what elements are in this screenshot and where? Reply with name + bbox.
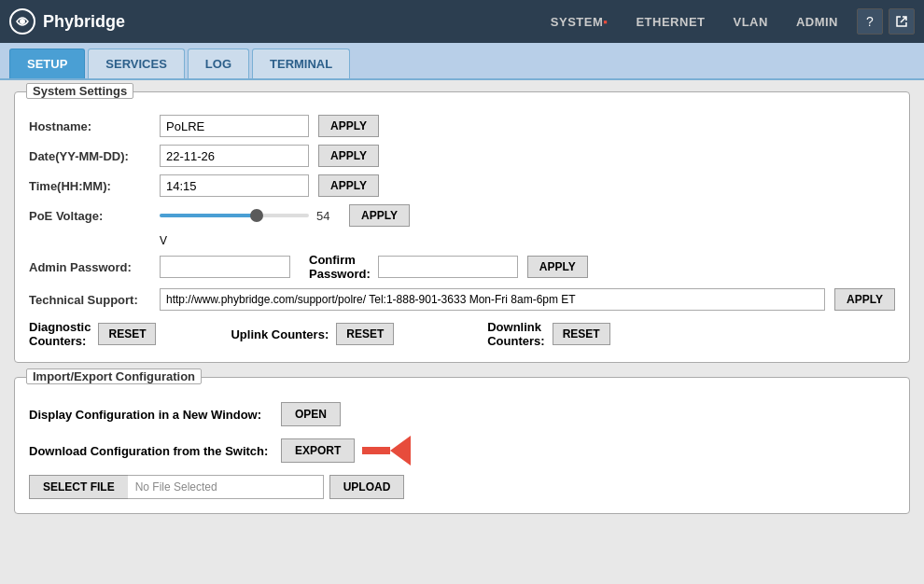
top-navigation: Phybridge SYSTEM▪ ETHERNET VLAN ADMIN ? — [0, 0, 924, 43]
poe-slider[interactable] — [160, 204, 309, 227]
external-link-button[interactable] — [889, 8, 915, 35]
arrow-shaft — [362, 447, 390, 454]
export-arrow-indicator — [362, 436, 411, 466]
tech-support-row: Technical Support: APPLY — [29, 288, 895, 311]
hostname-apply-button[interactable]: APPLY — [318, 115, 379, 137]
main-content: System Settings Hostname: APPLY Date(YY-… — [0, 80, 924, 539]
date-apply-button[interactable]: APPLY — [318, 145, 379, 167]
system-settings-section: System Settings Hostname: APPLY Date(YY-… — [14, 91, 910, 363]
file-upload-row: SELECT FILE No File Selected UPLOAD — [29, 475, 895, 499]
tab-services[interactable]: SERVICES — [88, 49, 185, 78]
import-export-title: Import/Export Configuration — [26, 368, 202, 384]
uplink-counters-label: Uplink Counters: — [231, 327, 329, 341]
svg-point-1 — [20, 19, 25, 24]
tab-setup[interactable]: SETUP — [9, 49, 85, 78]
date-label: Date(YY-MM-DD): — [29, 149, 160, 163]
tab-terminal[interactable]: TERMINAL — [252, 49, 350, 78]
admin-password-input[interactable] — [160, 256, 290, 278]
uplink-counters-reset-button[interactable]: RESET — [336, 323, 394, 345]
nav-vlan[interactable]: VLAN — [734, 15, 768, 29]
system-settings-title: System Settings — [26, 83, 133, 99]
nav-icon-buttons: ? — [857, 8, 915, 35]
poe-slider-track — [160, 214, 309, 217]
poe-unit: V — [160, 234, 895, 247]
arrow-head-icon — [390, 436, 411, 466]
export-button[interactable]: EXPORT — [281, 438, 355, 463]
file-name-display: No File Selected — [128, 475, 324, 499]
time-row: Time(HH:MM): APPLY — [29, 174, 895, 197]
tech-support-label: Technical Support: — [29, 293, 160, 307]
poe-voltage-row: PoE Voltage: 54 APPLY — [29, 204, 895, 227]
logo-area: Phybridge — [9, 8, 125, 35]
tech-support-input[interactable] — [160, 288, 825, 311]
display-config-label: Display Configuration in a New Window: — [29, 408, 281, 422]
hostname-input[interactable] — [160, 115, 309, 137]
password-row: Admin Password: ConfirmPassword: APPLY — [29, 253, 895, 281]
display-config-row: Display Configuration in a New Window: O… — [29, 402, 895, 426]
nav-system[interactable]: SYSTEM▪ — [551, 15, 609, 29]
open-config-button[interactable]: OPEN — [281, 402, 341, 426]
tech-support-apply-button[interactable]: APPLY — [834, 288, 895, 311]
nav-admin[interactable]: ADMIN — [796, 15, 838, 29]
upload-button[interactable]: UPLOAD — [329, 475, 405, 499]
phybridge-logo-icon — [9, 8, 35, 35]
hostname-row: Hostname: APPLY — [29, 115, 895, 137]
downlink-counters-reset-button[interactable]: RESET — [553, 323, 610, 345]
counters-row: DiagnosticCounters: RESET Uplink Counter… — [29, 320, 895, 348]
poe-slider-thumb[interactable] — [250, 209, 263, 222]
import-export-section: Import/Export Configuration Display Conf… — [14, 377, 910, 514]
tab-bar: SETUP SERVICES LOG TERMINAL — [0, 43, 924, 80]
time-input[interactable] — [160, 174, 309, 197]
external-link-icon — [895, 15, 908, 28]
download-config-label: Download Configuration from the Switch: — [29, 444, 281, 458]
poe-label: PoE Voltage: — [29, 209, 160, 223]
date-input[interactable] — [160, 145, 309, 167]
app-name: Phybridge — [43, 12, 125, 32]
diagnostic-counters-label: DiagnosticCounters: — [29, 320, 91, 348]
nav-ethernet[interactable]: ETHERNET — [636, 15, 705, 29]
time-label: Time(HH:MM): — [29, 179, 160, 193]
diagnostic-counters-group: DiagnosticCounters: RESET — [29, 320, 156, 348]
downlink-counters-label: DownlinkCounters: — [487, 320, 544, 348]
time-apply-button[interactable]: APPLY — [318, 174, 379, 197]
uplink-counters-group: Uplink Counters: RESET — [231, 323, 394, 345]
help-button[interactable]: ? — [857, 8, 883, 35]
nav-links: SYSTEM▪ ETHERNET VLAN ADMIN — [551, 15, 838, 29]
hostname-label: Hostname: — [29, 119, 160, 133]
password-apply-button[interactable]: APPLY — [527, 256, 588, 278]
poe-apply-button[interactable]: APPLY — [349, 204, 410, 227]
date-row: Date(YY-MM-DD): APPLY — [29, 145, 895, 167]
confirm-password-input[interactable] — [378, 256, 518, 278]
diagnostic-counters-reset-button[interactable]: RESET — [98, 323, 156, 345]
downlink-counters-group: DownlinkCounters: RESET — [487, 320, 609, 348]
poe-slider-fill — [160, 214, 257, 217]
poe-value: 54 — [316, 209, 340, 223]
download-config-row: Download Configuration from the Switch: … — [29, 436, 895, 466]
admin-password-label: Admin Password: — [29, 260, 160, 274]
confirm-password-label: ConfirmPassword: — [309, 253, 371, 281]
select-file-button[interactable]: SELECT FILE — [29, 475, 128, 499]
tab-log[interactable]: LOG — [188, 49, 249, 78]
